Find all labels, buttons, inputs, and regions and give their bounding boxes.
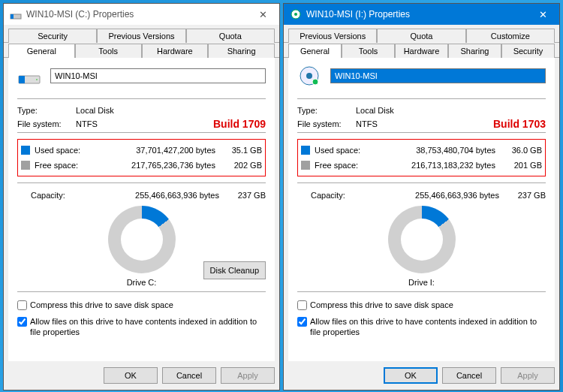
drive-caption: Drive C:	[127, 278, 157, 287]
window-title: WIN10-MSI (I:) Properties	[306, 9, 533, 20]
capacity-label: Capacity:	[31, 191, 88, 200]
compress-label: Compress this drive to save disk space	[30, 300, 173, 310]
svg-point-9	[312, 79, 318, 85]
tab-security[interactable]: Security	[501, 44, 555, 58]
apply-button[interactable]: Apply	[221, 367, 275, 384]
tab-quota[interactable]: Quota	[377, 29, 465, 43]
close-icon[interactable]: ✕	[253, 9, 273, 20]
titlebar[interactable]: WIN10-MSI (I:) Properties ✕	[284, 4, 559, 25]
used-bytes: 37,701,427,200 bytes	[92, 146, 226, 155]
used-gb: 36.0 GB	[506, 146, 542, 155]
capacity-bytes: 255,466,663,936 bytes	[368, 191, 510, 200]
used-label: Used space:	[315, 146, 372, 155]
free-bytes: 216,713,183,232 bytes	[372, 161, 506, 170]
svg-point-8	[306, 73, 312, 79]
capacity-label: Capacity:	[311, 191, 368, 200]
button-bar: OK Cancel Apply	[4, 361, 279, 390]
tab-quota[interactable]: Quota	[186, 29, 275, 43]
svg-point-4	[36, 79, 38, 80]
tab-general[interactable]: General	[8, 44, 75, 58]
used-gb: 35.1 GB	[226, 146, 262, 155]
svg-rect-1	[11, 14, 14, 19]
close-icon[interactable]: ✕	[533, 9, 553, 20]
tab-sharing[interactable]: Sharing	[208, 44, 275, 58]
drive-large-icon	[297, 65, 321, 86]
svg-point-6	[294, 13, 297, 16]
dialog-body: Type:Local Disk File system:NTFSBuild 17…	[288, 58, 555, 361]
drive-icon	[10, 8, 22, 20]
tab-general[interactable]: General	[288, 44, 342, 58]
type-value: Local Disk	[356, 106, 546, 115]
tab-hardware[interactable]: Hardware	[395, 44, 448, 58]
disk-cleanup-button[interactable]: Disk Cleanup	[203, 261, 266, 279]
tab-previous-versions[interactable]: Previous Versions	[288, 29, 377, 43]
build-annotation: Build 1703	[493, 118, 546, 130]
used-label: Used space:	[35, 146, 92, 155]
tab-tools[interactable]: Tools	[75, 44, 142, 58]
index-checkbox[interactable]	[297, 317, 307, 327]
tab-tools[interactable]: Tools	[342, 44, 395, 58]
apply-button[interactable]: Apply	[501, 367, 555, 384]
type-value: Local Disk	[76, 106, 266, 115]
drive-caption: Drive I:	[408, 278, 435, 287]
compress-checkbox[interactable]	[17, 300, 27, 310]
tab-row-top: Previous Versions Quota Customize	[284, 25, 559, 43]
used-bytes: 38,753,480,704 bytes	[372, 146, 506, 155]
space-highlight-box: Used space:37,701,427,200 bytes35.1 GB F…	[17, 139, 266, 176]
tab-sharing[interactable]: Sharing	[448, 44, 501, 58]
tab-row-bottom: General Tools Hardware Sharing	[4, 43, 279, 58]
compress-label: Compress this drive to save disk space	[310, 300, 453, 310]
tab-row-bottom: General Tools Hardware Sharing Security	[284, 43, 559, 58]
titlebar[interactable]: WIN10-MSI (C:) Properties ✕	[4, 4, 279, 25]
free-bytes: 217,765,236,736 bytes	[92, 161, 226, 170]
capacity-bytes: 255,466,663,936 bytes	[88, 191, 230, 200]
build-annotation: Build 1709	[213, 118, 266, 130]
index-label: Allow files on this drive to have conten…	[310, 316, 546, 337]
fs-label: File system:	[297, 119, 356, 128]
usage-pie-chart	[108, 206, 176, 273]
fs-label: File system:	[17, 119, 76, 128]
free-swatch-icon	[21, 161, 30, 170]
free-label: Free space:	[315, 161, 372, 170]
window-title: WIN10-MSI (C:) Properties	[26, 9, 253, 20]
drive-icon	[290, 8, 302, 20]
fs-value: NTFS	[76, 119, 210, 128]
type-label: Type:	[297, 106, 356, 115]
index-label: Allow files on this drive to have conten…	[30, 316, 266, 337]
properties-window-c: WIN10-MSI (C:) Properties ✕ Security Pre…	[3, 3, 280, 390]
tab-row-top: Security Previous Versions Quota	[4, 25, 279, 43]
type-label: Type:	[17, 106, 76, 115]
svg-rect-3	[19, 76, 25, 83]
free-gb: 201 GB	[506, 161, 542, 170]
tab-previous-versions[interactable]: Previous Versions	[97, 29, 185, 43]
used-swatch-icon	[21, 146, 30, 155]
used-swatch-icon	[301, 146, 310, 155]
fs-value: NTFS	[356, 119, 490, 128]
dialog-body: Type:Local Disk File system:NTFSBuild 17…	[8, 58, 275, 361]
index-checkbox[interactable]	[17, 317, 27, 327]
space-highlight-box: Used space:38,753,480,704 bytes36.0 GB F…	[297, 139, 546, 176]
button-bar: OK Cancel Apply	[284, 361, 559, 390]
free-label: Free space:	[35, 161, 92, 170]
free-swatch-icon	[301, 161, 310, 170]
properties-window-i: WIN10-MSI (I:) Properties ✕ Previous Ver…	[283, 3, 560, 390]
capacity-gb: 237 GB	[230, 191, 266, 200]
usage-pie-chart	[388, 206, 456, 273]
drive-large-icon	[17, 65, 41, 86]
capacity-gb: 237 GB	[510, 191, 546, 200]
tab-security[interactable]: Security	[8, 29, 97, 43]
ok-button[interactable]: OK	[104, 367, 158, 384]
tab-hardware[interactable]: Hardware	[142, 44, 209, 58]
drive-name-input[interactable]	[50, 68, 266, 83]
cancel-button[interactable]: Cancel	[442, 367, 496, 384]
cancel-button[interactable]: Cancel	[162, 367, 216, 384]
tab-customize[interactable]: Customize	[466, 29, 555, 43]
free-gb: 202 GB	[226, 161, 262, 170]
drive-name-input[interactable]	[330, 68, 546, 83]
compress-checkbox[interactable]	[297, 300, 307, 310]
ok-button[interactable]: OK	[384, 367, 438, 384]
